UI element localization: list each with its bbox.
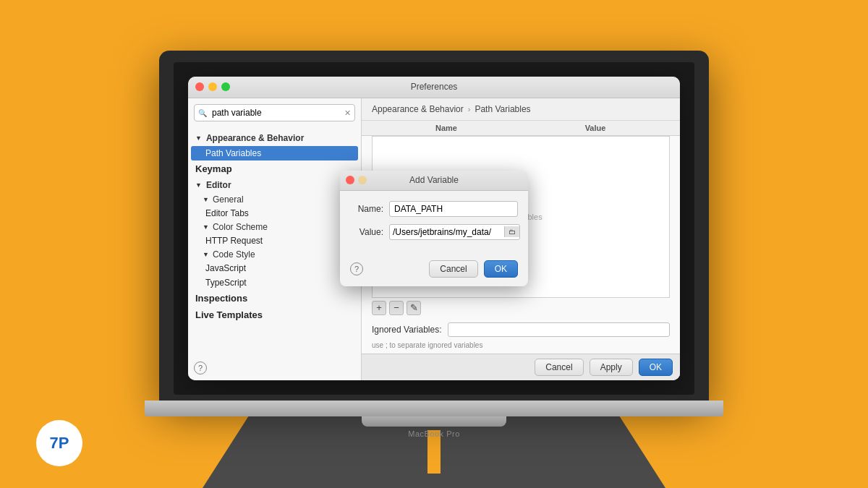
dialog-footer: ? Cancel OK [340,257,528,286]
logo: 7P [36,420,82,466]
dialog-value-row: Value: 🗀 [350,224,518,240]
dialog-help-button[interactable]: ? [350,262,363,275]
macbook-screen-outer: Preferences 🔍 ✕ ▼ [159,51,709,401]
preferences-window: Preferences 🔍 ✕ ▼ [188,77,680,380]
dialog-value-label: Value: [350,227,383,237]
dialog-actions: Cancel OK [429,260,518,278]
dialog-close-button[interactable] [346,176,354,184]
dialog-overlay: Add Variable Name: Value: [188,77,680,380]
add-variable-dialog: Add Variable Name: Value: [340,171,528,286]
dialog-browse-button[interactable]: 🗀 [504,226,519,237]
macbook-screen: Preferences 🔍 ✕ ▼ [174,62,694,395]
dialog-name-row: Name: [350,201,518,217]
dialog-value-input[interactable] [390,225,504,239]
dialog-name-label: Name: [350,204,383,214]
dialog-minimize-button [358,176,367,184]
logo-text: 7P [50,434,69,453]
dialog-value-wrapper: 🗀 [389,224,520,240]
macbook-wrapper: Preferences 🔍 ✕ ▼ [145,51,723,438]
dialog-titlebar: Add Variable [340,171,528,191]
dialog-help-icon: ? [354,265,359,273]
macbook-stand [362,416,506,427]
dialog-controls [346,176,367,184]
macbook-base [145,401,723,416]
dialog-name-input[interactable] [389,201,518,217]
dialog-body: Name: Value: 🗀 [340,191,528,257]
dialog-title: Add Variable [409,175,459,185]
dialog-cancel-button[interactable]: Cancel [429,260,477,278]
dialog-ok-button[interactable]: OK [484,260,518,278]
macbook-label: MacBook Pro [408,429,460,438]
